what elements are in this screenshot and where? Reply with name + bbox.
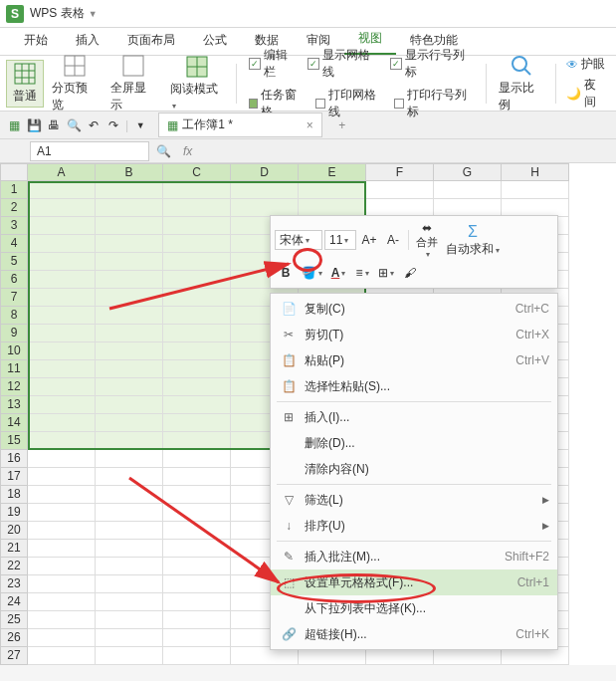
cell[interactable] bbox=[163, 325, 231, 342]
night-mode-button[interactable]: 🌙 夜间 bbox=[566, 77, 606, 111]
fill-color-button[interactable]: 🪣▾ bbox=[299, 262, 325, 284]
context-menu-item[interactable]: 从下拉列表中选择(K)... bbox=[271, 595, 557, 621]
cell[interactable] bbox=[96, 360, 163, 378]
col-header[interactable]: C bbox=[163, 163, 231, 181]
view-reading-button[interactable]: 阅读模式 ▾ bbox=[164, 60, 230, 108]
menu-1[interactable]: 插入 bbox=[62, 26, 113, 55]
context-menu-item[interactable]: ⊞插入(I)... bbox=[271, 404, 557, 430]
row-header[interactable]: 7 bbox=[0, 289, 28, 307]
cell[interactable] bbox=[28, 342, 96, 360]
cell[interactable] bbox=[163, 342, 231, 360]
cell[interactable] bbox=[163, 181, 231, 199]
row-header[interactable]: 2 bbox=[0, 199, 28, 217]
cell[interactable] bbox=[28, 522, 96, 540]
cell[interactable] bbox=[96, 611, 163, 629]
cell[interactable] bbox=[96, 325, 163, 342]
view-pagebreak-button[interactable]: 分页预览 bbox=[46, 60, 103, 108]
menu-0[interactable]: 开始 bbox=[10, 26, 62, 55]
select-all-corner[interactable] bbox=[0, 163, 28, 181]
document-tab[interactable]: ▦ 工作簿1 * × bbox=[158, 113, 322, 137]
cell[interactable] bbox=[28, 235, 96, 253]
cell[interactable] bbox=[96, 504, 163, 522]
row-header[interactable]: 5 bbox=[0, 253, 28, 271]
cell[interactable] bbox=[366, 181, 434, 199]
cell[interactable] bbox=[96, 558, 163, 575]
cell[interactable] bbox=[163, 253, 231, 271]
row-header[interactable]: 16 bbox=[0, 450, 28, 468]
row-header[interactable]: 3 bbox=[0, 217, 28, 235]
cell[interactable] bbox=[96, 235, 163, 253]
cell[interactable] bbox=[28, 396, 96, 414]
cell[interactable] bbox=[28, 558, 96, 575]
cell[interactable] bbox=[163, 486, 231, 504]
dropdown-icon[interactable]: ▼ bbox=[132, 117, 148, 133]
context-menu-item[interactable]: ▽筛选(L)▶ bbox=[271, 487, 557, 513]
chk-formula-bar[interactable]: 编辑栏 bbox=[249, 47, 298, 81]
chk-print-gridlines[interactable]: 打印网格线 bbox=[315, 87, 384, 120]
cell[interactable] bbox=[163, 271, 231, 289]
context-menu-item[interactable]: 删除(D)... bbox=[271, 430, 557, 456]
cell[interactable] bbox=[96, 593, 163, 611]
cell[interactable] bbox=[28, 217, 96, 235]
save-icon[interactable]: 💾 bbox=[26, 117, 42, 133]
cell[interactable] bbox=[28, 181, 96, 199]
cell[interactable] bbox=[163, 468, 231, 486]
redo-icon[interactable]: ↷ bbox=[105, 117, 121, 133]
cell[interactable] bbox=[28, 360, 96, 378]
title-dropdown-icon[interactable]: ▼ bbox=[89, 9, 98, 19]
row-header[interactable]: 23 bbox=[0, 575, 28, 593]
cell[interactable] bbox=[299, 181, 366, 199]
cell[interactable] bbox=[96, 396, 163, 414]
cell[interactable] bbox=[28, 540, 96, 558]
chk-gridlines[interactable]: 显示网格线 bbox=[308, 47, 380, 81]
col-header[interactable]: F bbox=[366, 163, 434, 181]
row-header[interactable]: 24 bbox=[0, 593, 28, 611]
cell[interactable] bbox=[28, 378, 96, 396]
cell[interactable] bbox=[163, 307, 231, 325]
chk-headings[interactable]: 显示行号列标 bbox=[390, 47, 474, 81]
cell[interactable] bbox=[28, 575, 96, 593]
cell[interactable] bbox=[163, 593, 231, 611]
cell[interactable] bbox=[163, 217, 231, 235]
new-icon[interactable]: ▦ bbox=[6, 117, 22, 133]
menu-2[interactable]: 页面布局 bbox=[113, 26, 189, 55]
chk-print-headings[interactable]: 打印行号列标 bbox=[394, 87, 474, 120]
font-color-button[interactable]: A▾ bbox=[327, 262, 349, 284]
cell[interactable] bbox=[28, 647, 96, 665]
cell[interactable] bbox=[28, 414, 96, 432]
cell[interactable] bbox=[163, 235, 231, 253]
print-icon[interactable]: 🖶 bbox=[46, 117, 62, 133]
zoom-button[interactable]: 显示比例 bbox=[493, 60, 549, 108]
cell[interactable] bbox=[163, 432, 231, 450]
autosum-button[interactable]: Σ自动求和▾ bbox=[443, 222, 503, 259]
col-header[interactable]: D bbox=[231, 163, 299, 181]
cell[interactable] bbox=[96, 378, 163, 396]
cell[interactable] bbox=[28, 271, 96, 289]
context-menu-item[interactable]: 📄复制(C)Ctrl+C bbox=[271, 296, 557, 322]
cell[interactable] bbox=[163, 522, 231, 540]
fx-label[interactable]: fx bbox=[177, 144, 198, 158]
context-menu-item[interactable]: 📋选择性粘贴(S)... bbox=[271, 373, 557, 399]
cell[interactable] bbox=[28, 486, 96, 504]
row-header[interactable]: 1 bbox=[0, 181, 28, 199]
name-box[interactable]: A1 bbox=[30, 141, 149, 161]
cell[interactable] bbox=[28, 289, 96, 307]
cell[interactable] bbox=[96, 647, 163, 665]
cell[interactable] bbox=[163, 360, 231, 378]
preview-icon[interactable]: 🔍 bbox=[66, 117, 82, 133]
view-fullscreen-button[interactable]: 全屏显示 bbox=[104, 60, 161, 108]
cell[interactable] bbox=[96, 432, 163, 450]
cell[interactable] bbox=[231, 181, 299, 199]
view-normal-button[interactable]: 普通 bbox=[6, 60, 44, 108]
cell[interactable] bbox=[163, 540, 231, 558]
context-menu-item[interactable]: ⬚设置单元格格式(F)...Ctrl+1 bbox=[271, 569, 557, 595]
cell[interactable] bbox=[28, 432, 96, 450]
cell[interactable] bbox=[163, 611, 231, 629]
cell[interactable] bbox=[434, 181, 502, 199]
cell[interactable] bbox=[28, 593, 96, 611]
undo-icon[interactable]: ↶ bbox=[86, 117, 102, 133]
row-header[interactable]: 15 bbox=[0, 432, 28, 450]
cell[interactable] bbox=[96, 450, 163, 468]
cell[interactable] bbox=[96, 181, 163, 199]
context-menu-item[interactable]: ✂剪切(T)Ctrl+X bbox=[271, 322, 557, 347]
